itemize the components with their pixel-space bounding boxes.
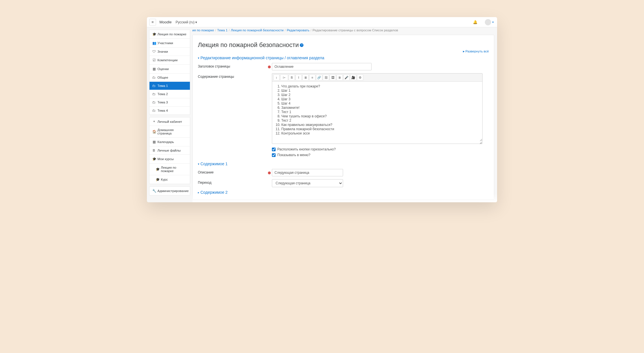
content-list-item: Шаг 4 [281,101,478,105]
sidebar-item[interactable]: 🗎Личные файлы [149,146,190,154]
user-menu-caret-icon[interactable]: ▾ [492,21,494,24]
label-horizontal: Расположить кнопки горизонтально? [277,147,336,151]
nav-item-label: Компетенции [157,58,178,62]
input-page-title[interactable] [272,63,372,70]
expand-all-link[interactable]: Развернуть всё [463,49,489,53]
nav-item-icon: 🗀 [152,101,156,104]
nav-item-label: Личный кабинет [157,120,182,123]
nav-item-icon: 🏠 [152,130,156,134]
sidebar-item[interactable]: ☑Компетенции [149,56,190,64]
breadcrumb-item[interactable]: Тема 1 [217,28,228,32]
paragraph-style-icon[interactable]: i [280,74,288,81]
input-description[interactable] [272,169,343,176]
language-menu[interactable]: Русский (ru) ▾ [176,20,197,24]
sidebar-item[interactable]: 🏠Домашняя страница [149,126,190,137]
breadcrumb-separator: / [215,28,216,32]
sidebar-item[interactable]: 🗀Тема 4 [149,106,190,115]
sidebar-item[interactable]: 🗀Тема 3 [149,98,190,106]
label-jump: Переход [198,179,266,185]
nav-item-icon: ▦ [152,140,156,144]
italic-icon[interactable]: I [296,74,302,81]
breadcrumb-item[interactable]: Лекция по пожарке [192,28,214,32]
manage-files-icon[interactable]: ⚙ [357,74,363,81]
bullet-list-icon[interactable]: ≣ [302,74,309,81]
editor-resize-handle[interactable]: ◢ [272,141,482,144]
editor-toolbar: ↕iBI≣≡🔗⛓🖼🗎🎤🎥⚙ [272,74,482,82]
label-showmenu: Показывать в меню? [277,153,310,157]
breadcrumb-separator: / [285,28,286,32]
course-nav-block: 🎓Лекция по пожарке👥Участники🛡Значки☑Комп… [149,30,190,115]
nav-item-icon: 👥 [152,41,156,45]
sidebar-item[interactable]: 🛡Значки [149,47,190,56]
checkbox-showmenu[interactable] [272,153,276,157]
label-description: Описание [198,169,266,174]
image-icon[interactable]: 🖼 [330,74,336,81]
sidebar-item[interactable]: 👥Участники [149,38,190,47]
fieldset-header-content-1[interactable]: Содержимое 1 [198,162,489,166]
rich-text-editor: ↕iBI≣≡🔗⛓🖼🗎🎤🎥⚙ Что делать при пожаре?Шаг … [272,73,483,144]
nav-item-label: Оценки [157,67,169,71]
row-description: Описание [198,169,489,176]
sidebar-item[interactable]: 🎓Мои курсы [149,154,190,163]
file-icon[interactable]: 🗎 [337,74,343,81]
brand-logo[interactable]: Moodle [159,20,172,24]
row-jump: Переход Следующая страница [198,179,489,187]
row-showmenu-checkbox: Показывать в меню? [272,153,483,157]
nav-item-icon: 🔧 [152,189,156,193]
collapse-caret-icon [198,162,199,166]
row-page-content: Содержание страницы ↕iBI≣≡🔗⛓🖼🗎🎤🎥⚙ Что де… [198,73,489,159]
user-avatar[interactable] [485,19,491,25]
sidebar-item[interactable]: 🎓Лекция по пожарке [149,163,190,175]
breadcrumb-item[interactable]: Редактировать [287,28,309,32]
nav-item-label: Мои курсы [157,157,174,161]
link-icon[interactable]: 🔗 [316,74,322,81]
help-icon[interactable]: ? [300,43,303,47]
top-navbar: ≡ Moodle Русский (ru) ▾ 🔔 ▾ [147,17,497,27]
fieldset-header-content-2[interactable]: Содержимое 2 [198,190,489,195]
sidebar-item[interactable]: ▦Календарь [149,137,190,146]
sidebar-item[interactable]: ▦Оценки [149,64,190,73]
content-list-item: Тест 1 [281,110,478,114]
nav-item-label: Календарь [157,140,174,144]
editor-body[interactable]: Что делать при пожаре?Шаг 1Шаг 2Шаг 3Шаг… [272,82,482,141]
fieldset-title: Содержимое 1 [200,162,227,166]
breadcrumb-separator: / [311,28,311,32]
sidebar-item[interactable]: ⌖Личный кабинет [149,117,190,126]
select-jump[interactable]: Следующая страница [272,179,343,187]
nav-item-label: Тема 2 [157,92,168,96]
nav-item-label: Участники [157,41,173,45]
nav-item-label: Лекция по пожарке [157,32,186,36]
nav-item-label: Личные файлы [157,149,181,152]
checkbox-horizontal[interactable] [272,148,276,151]
nav-drawer: 🎓Лекция по пожарке👥Участники🛡Значки☑Комп… [147,27,192,202]
sidebar-item[interactable]: 🗀Тема 2 [149,90,190,98]
breadcrumb-item[interactable]: Лекция по пожарной безопасности [231,28,284,32]
toggle-toolbar-icon[interactable]: ↕ [273,74,280,81]
nav-item-label: Тема 4 [157,109,168,112]
sidebar-item[interactable]: 🗀Тема 1 [149,81,190,90]
nav-item-label: Общее [157,76,168,79]
ordered-list-icon[interactable]: ≡ [309,74,315,81]
bold-icon[interactable]: B [289,74,295,81]
sidebar-item[interactable]: 🗀Общее [149,73,190,81]
collapse-caret-icon [198,191,199,194]
nav-item-icon: 🗀 [152,92,156,96]
sidebar-item[interactable]: 🎓Курс [149,175,190,184]
nav-item-icon: 🗀 [152,84,156,87]
record-video-icon[interactable]: 🎥 [350,74,356,81]
content-list-item: Чем тушить пожар в офисе? [281,114,478,118]
unlink-icon[interactable]: ⛓ [323,74,329,81]
record-audio-icon[interactable]: 🎤 [343,74,350,81]
fieldset-header-edit-page[interactable]: Редактирование информационной страницы /… [198,56,489,60]
nav-item-icon: ☑ [152,58,156,62]
sidebar-item[interactable]: 🔧Администрирование [149,187,190,195]
sidebar-item[interactable]: 🎓Лекция по пожарке [149,30,190,38]
nav-item-icon: 🎓 [152,32,156,36]
nav-item-label: Администрирование [157,189,189,193]
nav-drawer-toggle[interactable]: ≡ [149,19,156,26]
page-title-text: Лекция по пожарной безопасности [198,41,299,49]
nav-item-label: Лекция по пожарке [161,166,187,173]
nav-item-icon: ⌖ [152,120,156,123]
notifications-icon[interactable]: 🔔 [473,20,477,24]
row-horizontal-checkbox: Расположить кнопки горизонтально? [272,147,483,151]
